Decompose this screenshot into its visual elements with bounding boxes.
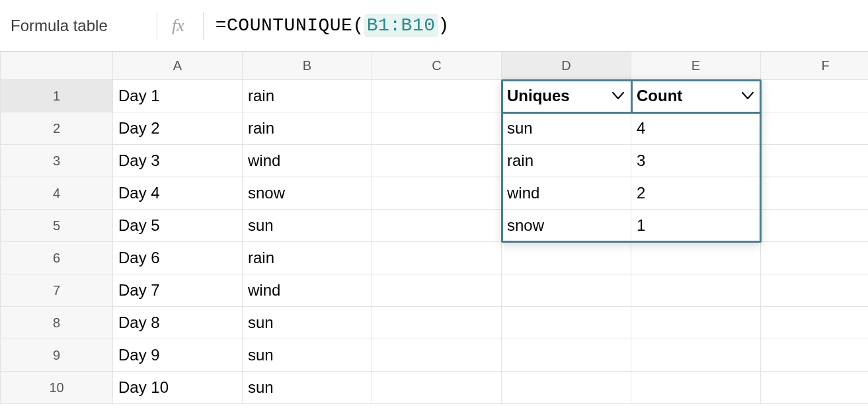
name-box[interactable]: Formula table — [8, 17, 157, 35]
cell-F3[interactable] — [761, 145, 869, 177]
divider — [157, 12, 157, 40]
row-header-5[interactable]: 5 — [1, 210, 113, 242]
cell-E5[interactable]: 1 — [631, 210, 761, 242]
cell-A7[interactable]: Day 7 — [113, 274, 243, 307]
cell-A3[interactable]: Day 3 — [113, 145, 243, 177]
row-header-1[interactable]: 1 — [1, 80, 113, 112]
cell-F10[interactable] — [761, 372, 869, 404]
cell-F9[interactable] — [761, 339, 869, 372]
cell-B4[interactable]: snow — [243, 177, 372, 210]
column-header-B[interactable]: B — [243, 52, 372, 80]
formula-suffix: ) — [438, 15, 450, 36]
formula-prefix: =COUNTUNIQUE( — [216, 15, 364, 36]
formula-input[interactable]: =COUNTUNIQUE(B1:B10) — [216, 14, 450, 37]
cell-C1[interactable] — [372, 80, 502, 112]
row-header-3[interactable]: 3 — [1, 145, 113, 177]
cell-A10[interactable]: Day 10 — [113, 372, 243, 404]
row-header-7[interactable]: 7 — [1, 274, 113, 307]
cell-C7[interactable] — [372, 274, 502, 307]
row-header-10[interactable]: 10 — [1, 372, 113, 404]
cell-C4[interactable] — [372, 177, 502, 210]
cell-F6[interactable] — [761, 242, 869, 274]
cell-B5[interactable]: sun — [243, 210, 372, 242]
cell-F5[interactable] — [761, 210, 869, 242]
formula-table-column-divider — [631, 79, 633, 113]
row-header-9[interactable]: 9 — [1, 339, 113, 372]
cell-B10[interactable]: sun — [243, 372, 372, 404]
cell-C2[interactable] — [372, 112, 502, 145]
cell-E6[interactable] — [631, 242, 761, 274]
column-header-F[interactable]: F — [761, 52, 869, 80]
column-header-C[interactable]: C — [372, 52, 502, 80]
row-header-6[interactable]: 6 — [1, 242, 113, 274]
cell-E1[interactable]: Count — [631, 80, 761, 112]
cell-F2[interactable] — [761, 112, 869, 145]
cell-D6[interactable] — [502, 242, 631, 274]
cell-A4[interactable]: Day 4 — [113, 177, 243, 210]
cell-D9[interactable] — [502, 339, 631, 372]
cell-A9[interactable]: Day 9 — [113, 339, 243, 372]
cell-A2[interactable]: Day 2 — [113, 112, 243, 145]
cell-B9[interactable]: sun — [243, 339, 372, 372]
select-all-corner[interactable] — [1, 52, 113, 80]
cell-B6[interactable]: rain — [243, 242, 372, 274]
cell-A6[interactable]: Day 6 — [113, 242, 243, 274]
divider — [203, 12, 204, 40]
cell-B7[interactable]: wind — [243, 274, 372, 307]
cell-C3[interactable] — [372, 145, 502, 177]
cell-E4[interactable]: 2 — [631, 177, 761, 210]
cell-C6[interactable] — [372, 242, 502, 274]
cell-E10[interactable] — [631, 372, 761, 404]
cell-B1[interactable]: rain — [243, 80, 372, 112]
cell-C9[interactable] — [372, 339, 502, 372]
cell-F1[interactable] — [761, 80, 869, 112]
column-header-A[interactable]: A — [113, 52, 243, 80]
cell-B3[interactable]: wind — [243, 145, 372, 177]
cell-E2[interactable]: 4 — [631, 112, 761, 145]
cell-F4[interactable] — [761, 177, 869, 210]
row-header-4[interactable]: 4 — [1, 177, 113, 210]
cell-D2[interactable]: sun — [502, 112, 631, 145]
column-header-D[interactable]: D — [502, 52, 631, 80]
cell-C5[interactable] — [372, 210, 502, 242]
cell-D1[interactable]: Uniques — [502, 80, 631, 112]
cell-D8[interactable] — [502, 307, 631, 339]
cell-C8[interactable] — [372, 307, 502, 339]
cell-A8[interactable]: Day 8 — [113, 307, 243, 339]
cell-E3[interactable]: 3 — [631, 145, 761, 177]
cell-D10[interactable] — [502, 372, 631, 404]
cell-E8[interactable] — [631, 307, 761, 339]
row-header-8[interactable]: 8 — [1, 307, 113, 339]
cell-E9[interactable] — [631, 339, 761, 372]
cell-F7[interactable] — [761, 274, 869, 307]
cell-D5[interactable]: snow — [502, 210, 631, 242]
row-header-2[interactable]: 2 — [1, 112, 113, 145]
cell-D7[interactable] — [502, 274, 631, 307]
spreadsheet-grid[interactable]: ABCDEF 1Day 1rainUniquesCount2Day 2rains… — [0, 52, 868, 404]
cell-D3[interactable]: rain — [502, 145, 631, 177]
cell-B8[interactable]: sun — [243, 307, 372, 339]
cell-E7[interactable] — [631, 274, 761, 307]
filter-chevron-icon[interactable] — [612, 92, 624, 100]
cell-A1[interactable]: Day 1 — [113, 80, 243, 112]
cell-C10[interactable] — [372, 372, 502, 404]
formula-range: B1:B10 — [364, 14, 438, 37]
cell-A5[interactable]: Day 5 — [113, 210, 243, 242]
cell-D4[interactable]: wind — [502, 177, 631, 210]
column-header-E[interactable]: E — [631, 52, 761, 80]
fx-icon[interactable]: fx — [172, 16, 184, 36]
filter-chevron-icon[interactable] — [742, 92, 754, 100]
cell-B2[interactable]: rain — [243, 112, 372, 145]
formula-bar: Formula table fx =COUNTUNIQUE(B1:B10) — [0, 0, 868, 52]
cell-F8[interactable] — [761, 307, 869, 339]
